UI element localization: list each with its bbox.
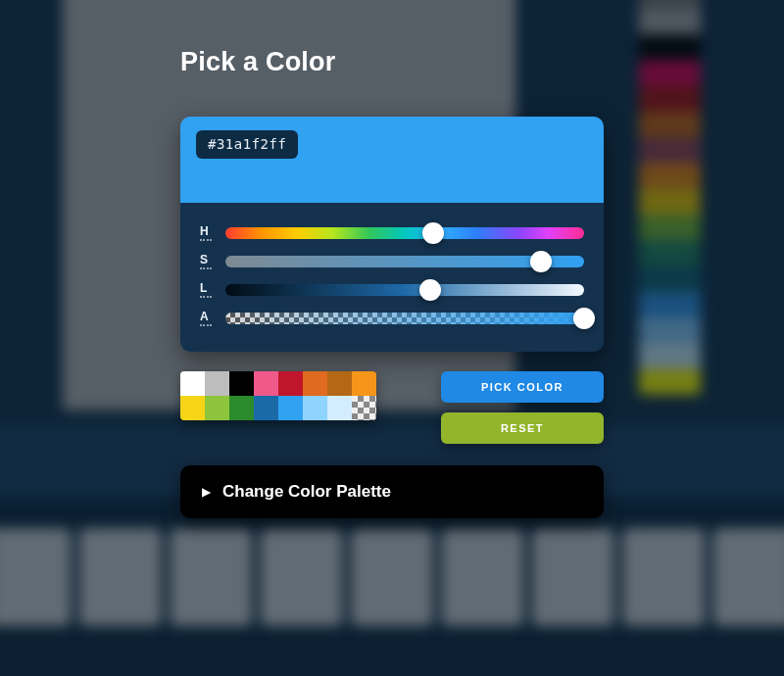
saturation-slider-row: S bbox=[200, 253, 584, 269]
color-palette bbox=[180, 371, 376, 420]
change-palette-label: Change Color Palette bbox=[222, 482, 391, 502]
hue-slider-row: H bbox=[200, 224, 584, 241]
palette-swatch-1[interactable] bbox=[205, 371, 229, 396]
action-buttons: PICK COLOR RESET bbox=[441, 371, 604, 444]
lightness-label: L bbox=[200, 281, 212, 298]
alpha-slider-row: A bbox=[200, 310, 584, 326]
modal-title: Pick a Color bbox=[180, 47, 604, 77]
palette-swatch-13[interactable] bbox=[303, 396, 327, 420]
hue-thumb[interactable] bbox=[422, 222, 444, 244]
hue-label: H bbox=[200, 224, 212, 241]
lightness-track[interactable] bbox=[225, 284, 584, 296]
alpha-label: A bbox=[200, 310, 212, 326]
palette-swatch-0[interactable] bbox=[180, 371, 205, 396]
alpha-thumb[interactable] bbox=[573, 308, 595, 329]
alpha-track[interactable] bbox=[225, 313, 584, 324]
change-palette-bar[interactable]: ▶ Change Color Palette bbox=[180, 465, 604, 518]
palette-swatch-8[interactable] bbox=[180, 396, 205, 420]
saturation-thumb[interactable] bbox=[530, 251, 552, 272]
palette-and-actions-row: PICK COLOR RESET bbox=[180, 371, 604, 444]
saturation-track[interactable] bbox=[225, 256, 584, 267]
palette-swatch-11[interactable] bbox=[254, 396, 278, 420]
palette-swatch-12[interactable] bbox=[278, 396, 303, 420]
triangle-right-icon: ▶ bbox=[202, 485, 211, 499]
palette-swatch-4[interactable] bbox=[278, 371, 303, 396]
saturation-label: S bbox=[200, 253, 212, 269]
hue-track[interactable] bbox=[225, 227, 584, 239]
palette-swatch-10[interactable] bbox=[229, 396, 254, 420]
alpha-gradient bbox=[225, 313, 584, 324]
color-preview: #31a1f2ff bbox=[180, 117, 604, 203]
palette-swatch-3[interactable] bbox=[254, 371, 278, 396]
color-picker-modal: Pick a Color #31a1f2ff H S L bbox=[180, 47, 604, 518]
palette-swatch-14[interactable] bbox=[327, 396, 352, 420]
palette-swatch-7[interactable] bbox=[352, 371, 376, 396]
sliders-panel: H S L A bbox=[180, 203, 604, 352]
picker-card: #31a1f2ff H S L A bbox=[180, 117, 604, 352]
palette-swatch-9[interactable] bbox=[205, 396, 229, 420]
lightness-thumb[interactable] bbox=[419, 279, 441, 301]
palette-swatch-6[interactable] bbox=[327, 371, 352, 396]
reset-button[interactable]: RESET bbox=[441, 412, 604, 444]
hex-value-chip[interactable]: #31a1f2ff bbox=[196, 130, 298, 159]
lightness-slider-row: L bbox=[200, 281, 584, 298]
palette-swatch-15[interactable] bbox=[352, 396, 376, 420]
pick-color-button[interactable]: PICK COLOR bbox=[441, 371, 604, 403]
palette-swatch-2[interactable] bbox=[229, 371, 254, 396]
palette-swatch-5[interactable] bbox=[303, 371, 327, 396]
